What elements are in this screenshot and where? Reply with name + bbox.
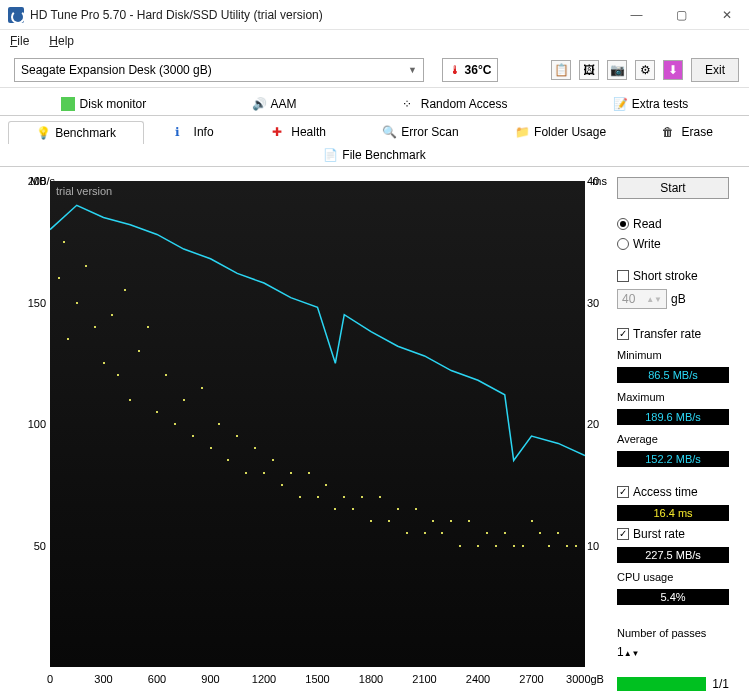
health-icon: ✚	[272, 125, 286, 139]
menubar: File Help	[0, 30, 749, 52]
close-button[interactable]: ✕	[704, 0, 749, 30]
info-icon: ℹ	[175, 125, 189, 139]
short-stroke-check[interactable]: Short stroke	[617, 269, 729, 283]
tab-info[interactable]: ℹInfo	[144, 120, 244, 143]
save-button[interactable]: ⬇	[663, 60, 683, 80]
monitor-icon	[61, 97, 75, 111]
tab-erase[interactable]: 🗑Erase	[634, 120, 741, 143]
checkbox-icon	[617, 270, 629, 282]
tab-error-scan[interactable]: 🔍Error Scan	[354, 120, 487, 143]
stroke-unit: gB	[671, 292, 686, 306]
checkbox-icon: ✓	[617, 528, 629, 540]
side-panel: Start Read Write Short stroke 40▲▼ gB ✓T…	[617, 175, 729, 695]
progress-bar	[617, 677, 706, 691]
exit-button[interactable]: Exit	[691, 58, 739, 82]
read-radio[interactable]: Read	[617, 217, 729, 231]
y-axis-right: 10203040	[583, 181, 607, 667]
chevron-down-icon: ▼	[408, 65, 417, 75]
access-time-check[interactable]: ✓Access time	[617, 485, 729, 499]
magnifier-icon: 🔍	[382, 125, 396, 139]
thermometer-icon: 🌡	[449, 63, 461, 77]
temperature-display: 🌡 36°C	[442, 58, 498, 82]
progress-text: 1/1	[712, 677, 729, 691]
tab-row-1: Disk monitor 🔊AAM ⁘Random Access 📝Extra …	[0, 88, 749, 116]
tab-disk-monitor[interactable]: Disk monitor	[8, 92, 199, 115]
app-icon	[8, 7, 24, 23]
drive-select-value: Seagate Expansion Desk (3000 gB)	[21, 63, 212, 77]
cpu-usage-value: 5.4%	[617, 589, 729, 605]
radio-icon	[617, 218, 629, 230]
tab-file-benchmark[interactable]: 📄File Benchmark	[8, 143, 741, 166]
short-stroke-input: 40▲▼	[617, 289, 667, 309]
bulb-icon: 💡	[36, 126, 50, 140]
tab-extra-tests[interactable]: 📝Extra tests	[560, 92, 741, 115]
start-button[interactable]: Start	[617, 177, 729, 199]
average-value: 152.2 MB/s	[617, 451, 729, 467]
minimum-label: Minimum	[617, 349, 729, 361]
tab-row-2: 💡Benchmark ℹInfo ✚Health 🔍Error Scan 📁Fo…	[0, 116, 749, 167]
copy-info-button[interactable]: 📋	[551, 60, 571, 80]
minimum-value: 86.5 MB/s	[617, 367, 729, 383]
maximize-button[interactable]: ▢	[659, 0, 704, 30]
titlebar: HD Tune Pro 5.70 - Hard Disk/SSD Utility…	[0, 0, 749, 30]
menu-help[interactable]: Help	[45, 32, 78, 50]
window-title: HD Tune Pro 5.70 - Hard Disk/SSD Utility…	[30, 8, 614, 22]
save-screenshot-button[interactable]: 📷	[607, 60, 627, 80]
tab-benchmark[interactable]: 💡Benchmark	[8, 121, 144, 144]
menu-file[interactable]: File	[6, 32, 33, 50]
toolbar: Seagate Expansion Desk (3000 gB) ▼ 🌡 36°…	[0, 52, 749, 88]
radio-icon	[617, 238, 629, 250]
trash-icon: 🗑	[662, 125, 676, 139]
tab-folder-usage[interactable]: 📁Folder Usage	[487, 120, 634, 143]
burst-rate-value: 227.5 MB/s	[617, 547, 729, 563]
burst-rate-check[interactable]: ✓Burst rate	[617, 527, 729, 541]
test-icon: 📝	[613, 97, 627, 111]
x-axis: 03006009001200150018002100240027003000gB	[50, 673, 585, 689]
tab-aam[interactable]: 🔊AAM	[199, 92, 349, 115]
speaker-icon: 🔊	[252, 97, 266, 111]
checkbox-icon: ✓	[617, 486, 629, 498]
y-axis-left: 50100150200	[12, 181, 50, 667]
average-label: Average	[617, 433, 729, 445]
cpu-usage-label: CPU usage	[617, 571, 729, 583]
maximum-label: Maximum	[617, 391, 729, 403]
tab-random-access[interactable]: ⁘Random Access	[349, 92, 560, 115]
maximum-value: 189.6 MB/s	[617, 409, 729, 425]
plot-area: trial version	[50, 181, 585, 667]
num-passes-input[interactable]: 1▲▼	[617, 645, 677, 659]
num-passes-label: Number of passes	[617, 627, 729, 639]
copy-screenshot-button[interactable]: 🖼	[579, 60, 599, 80]
folder-icon: 📁	[515, 125, 529, 139]
random-icon: ⁘	[402, 97, 416, 111]
access-time-value: 16.4 ms	[617, 505, 729, 521]
transfer-rate-check[interactable]: ✓Transfer rate	[617, 327, 729, 341]
options-button[interactable]: ⚙	[635, 60, 655, 80]
drive-select[interactable]: Seagate Expansion Desk (3000 gB) ▼	[14, 58, 424, 82]
checkbox-icon: ✓	[617, 328, 629, 340]
tab-health[interactable]: ✚Health	[244, 120, 354, 143]
benchmark-chart: MB/s ms 50100150200 10203040 trial versi…	[12, 175, 607, 695]
write-radio[interactable]: Write	[617, 237, 729, 251]
minimize-button[interactable]: —	[614, 0, 659, 30]
file-icon: 📄	[323, 148, 337, 162]
temperature-value: 36°C	[465, 63, 492, 77]
